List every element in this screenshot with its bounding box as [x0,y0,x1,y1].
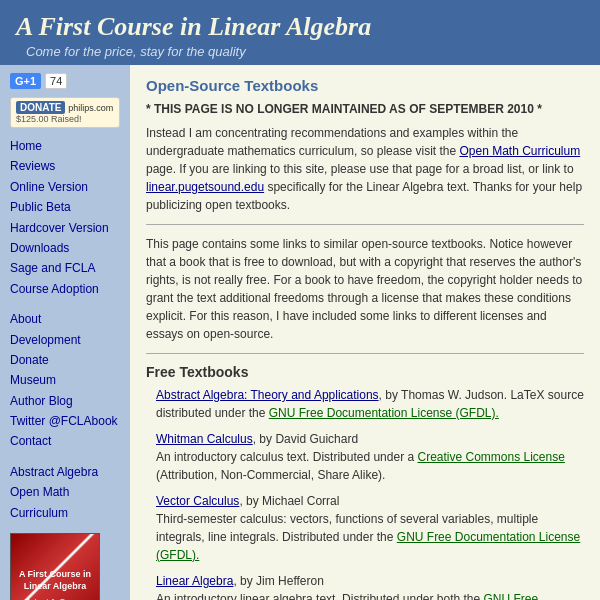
sidebar-item-open-math[interactable]: Open Math Curriculum [10,482,120,523]
intro-paragraph-2: This page contains some links to similar… [146,235,584,343]
sidebar-item-downloads[interactable]: Downloads [10,238,120,258]
divider-2 [146,353,584,354]
sidebar-item-author-blog[interactable]: Author Blog [10,391,120,411]
sidebar-item-abstract-algebra[interactable]: Abstract Algebra [10,462,120,482]
sidebar-item-about[interactable]: About [10,309,120,329]
sidebar-item-twitter[interactable]: Twitter @FCLAbook [10,411,120,431]
textbook-list: Abstract Algebra: Theory and Application… [146,386,584,600]
sidebar-item-public-beta[interactable]: Public Beta [10,197,120,217]
google-plus-count: 74 [45,73,67,89]
sidebar-item-development[interactable]: Development [10,330,120,350]
sidebar-item-home[interactable]: Home [10,136,120,156]
pugetsound-link[interactable]: linear.pugetsound.edu [146,180,264,194]
maintenance-notice: * THIS PAGE IS NO LONGER MAINTAINED AS O… [146,102,584,116]
site-subtitle: Come for the price, stay for the quality [26,44,584,59]
book-cover-image: A First Course in Linear Algebra Robert … [10,533,100,600]
sidebar-nav-2: About Development Donate Museum Author B… [10,309,120,452]
free-textbooks-title: Free Textbooks [146,364,584,380]
sidebar-item-contact[interactable]: Contact [10,431,120,451]
section-title: Open-Source Textbooks [146,77,584,94]
vector-calculus-link[interactable]: Vector Calculus [156,494,239,508]
gfdl-link-1[interactable]: GNU Free Documentation License (GFDL). [269,406,499,420]
sidebar-item-sage-fcla[interactable]: Sage and FCLA [10,258,120,278]
sidebar-item-donate[interactable]: Donate [10,350,120,370]
list-item: Vector Calculus, by Michael Corral Third… [146,492,584,564]
sidebar-nav-1: Home Reviews Online Version Public Beta … [10,136,120,299]
sidebar-item-reviews[interactable]: Reviews [10,156,120,176]
list-item: Abstract Algebra: Theory and Application… [146,386,584,422]
linear-algebra-link[interactable]: Linear Algebra [156,574,233,588]
donate-site: philips.com [68,103,113,113]
site-title: A First Course in Linear Algebra [16,12,584,42]
sidebar-item-course-adoption[interactable]: Course Adoption [10,279,120,299]
donate-widget: DONATE philips.com $125.00 Raised! [10,97,120,128]
list-item: Linear Algebra, by Jim Hefferon An intro… [146,572,584,600]
abstract-algebra-link[interactable]: Abstract Algebra: Theory and Application… [156,388,379,402]
divider-1 [146,224,584,225]
gfdl-link-3[interactable]: GNU Free Documentation License (GFDL) [156,592,538,600]
google-plus-button[interactable]: G+1 [10,73,41,89]
cc-license-link-1[interactable]: Creative Commons License [417,450,564,464]
sidebar-item-hardcover[interactable]: Hardcover Version [10,218,120,238]
sidebar: G+1 74 DONATE philips.com $125.00 Raised… [0,65,130,600]
sidebar-item-museum[interactable]: Museum [10,370,120,390]
main-content: Open-Source Textbooks * THIS PAGE IS NO … [130,65,600,600]
open-math-link[interactable]: Open Math Curriculum [459,144,580,158]
donate-amount: $125.00 Raised! [16,114,114,124]
gfdl-link-2[interactable]: GNU Free Documentation License (GFDL). [156,530,580,562]
list-item: Whitman Calculus, by David Guichard An i… [146,430,584,484]
google-plus-widget[interactable]: G+1 74 [10,73,120,89]
sidebar-item-online-version[interactable]: Online Version [10,177,120,197]
whitman-calculus-link[interactable]: Whitman Calculus [156,432,253,446]
sidebar-nav-3: Abstract Algebra Open Math Curriculum [10,462,120,523]
intro-paragraph-1: Instead I am concentrating recommendatio… [146,124,584,214]
donate-button[interactable]: DONATE [16,101,65,114]
page-header: A First Course in Linear Algebra Come fo… [0,0,600,65]
